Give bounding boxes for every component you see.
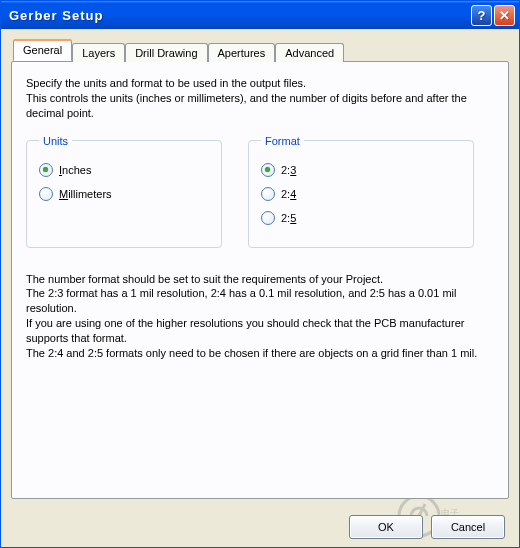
tab-drill-drawing[interactable]: Drill Drawing: [125, 43, 207, 62]
tab-label: General: [23, 44, 62, 56]
tab-label: Advanced: [285, 47, 334, 59]
format-radio-2-3[interactable]: 2:3: [261, 163, 461, 177]
units-radio-millimeters[interactable]: Millimeters: [39, 187, 209, 201]
tab-advanced[interactable]: Advanced: [275, 43, 344, 62]
radio-icon: [261, 163, 275, 177]
close-icon: ✕: [499, 8, 510, 23]
ok-button[interactable]: OK: [349, 515, 423, 539]
titlebar[interactable]: Gerber Setup ? ✕: [1, 1, 519, 29]
description-line: This controls the units (inches or milli…: [26, 91, 494, 121]
close-button[interactable]: ✕: [494, 5, 515, 26]
dialog-buttons: OK Cancel: [349, 515, 505, 539]
radio-icon: [39, 187, 53, 201]
radio-icon: [39, 163, 53, 177]
help-icon: ?: [478, 8, 486, 23]
window-title: Gerber Setup: [9, 8, 471, 23]
help-button[interactable]: ?: [471, 5, 492, 26]
format-legend: Format: [261, 135, 304, 147]
description: Specify the units and format to be used …: [26, 76, 494, 121]
units-legend: Units: [39, 135, 72, 147]
button-label: Cancel: [451, 521, 485, 533]
button-label: OK: [378, 521, 394, 533]
description-line: Specify the units and format to be used …: [26, 76, 494, 91]
units-radio-inches[interactable]: Inches: [39, 163, 209, 177]
explain-line: If you are using one of the higher resol…: [26, 316, 494, 346]
tab-label: Drill Drawing: [135, 47, 197, 59]
tab-layers[interactable]: Layers: [72, 43, 125, 62]
units-group: Units Inches Millimeters: [26, 135, 222, 248]
radio-label: 2:5: [281, 212, 296, 224]
format-radio-2-4[interactable]: 2:4: [261, 187, 461, 201]
cancel-button[interactable]: Cancel: [431, 515, 505, 539]
gerber-setup-window: Gerber Setup ? ✕ General Layers Drill Dr…: [0, 0, 520, 548]
client-area: General Layers Drill Drawing Apertures A…: [1, 29, 519, 547]
explain-line: The number format should be set to suit …: [26, 272, 494, 287]
tabpanel-general: Specify the units and format to be used …: [11, 61, 509, 499]
tab-label: Layers: [82, 47, 115, 59]
radio-icon: [261, 187, 275, 201]
tab-label: Apertures: [218, 47, 266, 59]
explain-line: The 2:3 format has a 1 mil resolution, 2…: [26, 286, 494, 316]
tabstrip: General Layers Drill Drawing Apertures A…: [13, 39, 509, 61]
radio-label: 2:3: [281, 164, 296, 176]
format-radio-2-5[interactable]: 2:5: [261, 211, 461, 225]
radio-icon: [261, 211, 275, 225]
radio-label: Millimeters: [59, 188, 112, 200]
radio-label: 2:4: [281, 188, 296, 200]
format-group: Format 2:3 2:4 2:5: [248, 135, 474, 248]
tab-general[interactable]: General: [13, 39, 72, 61]
explanation: The number format should be set to suit …: [26, 272, 494, 361]
explain-line: The 2:4 and 2:5 formats only need to be …: [26, 346, 494, 361]
tab-apertures[interactable]: Apertures: [208, 43, 276, 62]
radio-label: Inches: [59, 164, 91, 176]
